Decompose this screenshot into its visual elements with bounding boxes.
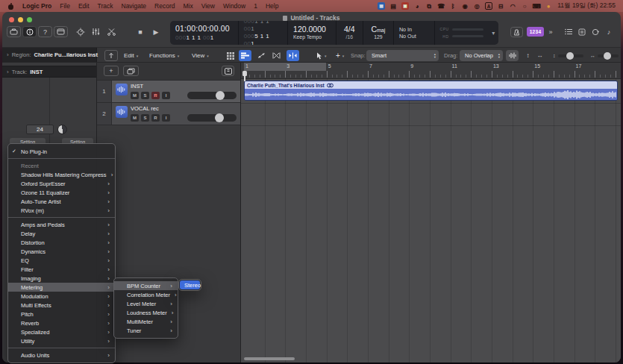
volume-slider[interactable]	[187, 114, 237, 122]
waveform-zoom-button[interactable]	[506, 50, 519, 61]
input-button[interactable]: I	[162, 114, 170, 122]
plugin-menu-item-metering[interactable]: Metering›	[8, 283, 115, 292]
volume-knob[interactable]	[215, 113, 224, 122]
battery-icon[interactable]: ⊟	[497, 2, 504, 10]
horizontal-scrollbar[interactable]	[244, 357, 295, 360]
menubar-item-logic-pro[interactable]: Logic Pro	[22, 2, 51, 10]
menubar-item-edit[interactable]: Edit	[78, 2, 90, 10]
view-menu[interactable]: View▾	[192, 50, 209, 61]
record-button[interactable]: R	[151, 114, 160, 122]
plugin-menu-item-shadow-hills-mastering-compress[interactable]: Shadow Hills Mastering Compress›	[8, 170, 115, 179]
plugin-menu-item-filter[interactable]: Filter›	[8, 265, 115, 274]
lcd-mode-chevron[interactable]: ▾	[489, 21, 498, 45]
plugin-menu-item-imaging[interactable]: Imaging›	[8, 274, 115, 283]
volume-slider[interactable]	[187, 92, 237, 99]
mute-button[interactable]: M	[131, 114, 139, 122]
region-name-bar[interactable]: Charlie Puth_That's Hilarious Inst	[245, 81, 617, 89]
add-track-button[interactable]: +	[104, 66, 119, 76]
tracks-area[interactable]: 1357911131517 Charlie Puth_That's Hilari…	[241, 63, 621, 363]
lcd-io-cell[interactable]: No In No Out	[394, 21, 435, 45]
inspector-button[interactable]	[22, 26, 37, 37]
editors-button[interactable]	[105, 26, 118, 37]
list-editors-button[interactable]	[563, 27, 574, 37]
vertical-zoom-slider[interactable]: ↕	[553, 52, 583, 59]
slider-knob[interactable]	[604, 52, 611, 60]
bag-icon[interactable]: ▤	[389, 2, 397, 10]
plugin-menu-item-dynamics[interactable]: Dynamics›	[8, 247, 115, 256]
solo-button[interactable]: S	[141, 92, 149, 99]
screen-mirroring-icon[interactable]: ⧉	[425, 2, 433, 10]
more-options-button[interactable]: »	[546, 27, 555, 37]
command-tool-menu[interactable]: +▾	[336, 50, 344, 61]
menubar-item-navigate[interactable]: Navigate	[122, 2, 147, 10]
siri-icon[interactable]: ●	[545, 2, 552, 10]
stop-button[interactable]: ■	[135, 26, 145, 37]
grid-view-button[interactable]	[224, 50, 237, 61]
playhead[interactable]	[244, 71, 245, 81]
pointer-tool-menu[interactable]: ▾	[316, 50, 327, 61]
menubar-item-help[interactable]: Help	[266, 2, 278, 10]
keyboard-icon[interactable]: ⌨	[533, 2, 540, 10]
solo-button[interactable]: S	[141, 114, 149, 122]
snap-dropdown[interactable]: Smart▴▾	[366, 50, 439, 61]
quick-help-button[interactable]: ?	[38, 26, 52, 37]
menubar-item-1[interactable]: 1	[254, 2, 257, 10]
input-button[interactable]: I	[162, 92, 170, 99]
count-in-button[interactable]: 1234	[527, 27, 544, 37]
box-app-icon[interactable]: ▣	[401, 2, 409, 10]
gain-value-field[interactable]: 24	[26, 125, 54, 134]
browsers-button[interactable]: ♪	[604, 27, 614, 37]
cycle-range[interactable]	[244, 63, 326, 71]
lcd-signature-cell[interactable]: 4/4 /16	[336, 21, 363, 45]
plugin-menu-item-multi-effects[interactable]: Multi Effects›	[8, 301, 115, 310]
lcd-key-cell[interactable]: Cmaj 129	[363, 21, 394, 45]
region-waveform[interactable]	[245, 89, 617, 101]
region-inspector-header[interactable]: › Region: Charlie Pu...ilarious Inst	[2, 48, 97, 62]
automation-button[interactable]	[255, 50, 268, 61]
plugin-menu-item-oxford-supresser[interactable]: Oxford SuprEsser›	[8, 179, 115, 188]
track-header-inst[interactable]: 1INSTMSRI	[97, 81, 240, 103]
metering-item-correlation-meter[interactable]: Correlation Meter›	[114, 290, 178, 299]
track-header-vocal-rec[interactable]: 2VOCAL recMSRI	[97, 103, 240, 125]
lcd-position-cell[interactable]: 01:00:00:00.00 0001 1 1 001	[170, 21, 239, 45]
lcd-tempo-cell[interactable]: 120.0000 Keep Tempo	[288, 21, 336, 45]
crossfade-drag-button[interactable]	[270, 50, 283, 61]
account-icon[interactable]: ◉	[461, 2, 469, 10]
plugin-menu-item-no-plug-in[interactable]: ✓No Plug-in	[8, 147, 115, 156]
volume-knob[interactable]	[216, 91, 225, 100]
menubar-item-view[interactable]: View	[201, 2, 215, 10]
plugin-menu-item-amps-and-pedals[interactable]: Amps and Pedals›	[8, 220, 115, 229]
metronome-button[interactable]	[510, 27, 523, 37]
track-header-config-button[interactable]	[222, 66, 234, 76]
drag-dropdown[interactable]: No Overlap▴▾	[460, 50, 503, 61]
phone-icon[interactable]: ☎	[437, 2, 445, 10]
track-header-body[interactable]: INSTMSRI	[112, 81, 240, 102]
lcd-performance-cell[interactable]: CPU HD	[435, 21, 489, 45]
lcd-tempo-mode[interactable]: Keep Tempo	[293, 34, 331, 40]
plugin-menu-item-ozone-11-equalizer[interactable]: Ozone 11 Equalizer›	[8, 188, 115, 197]
toolbar-toggle-button[interactable]	[54, 26, 68, 37]
lcd-locators-cell[interactable]: 0001 1 1 001 0005 1 1 001	[239, 21, 288, 45]
plugin-menu-item-pitch[interactable]: Pitch›	[8, 310, 115, 318]
disclosure-chevron-icon[interactable]: ›	[7, 51, 9, 58]
gain-knob[interactable]	[57, 125, 67, 134]
library-button[interactable]	[7, 26, 21, 37]
menu-bar-clock[interactable]: 11월 19일 (화) 22:55	[557, 1, 616, 10]
track-lanes-view-button[interactable]	[239, 50, 251, 61]
menubar-item-file[interactable]: File	[60, 2, 70, 10]
track-inspector-header[interactable]: › Track: INST	[2, 66, 96, 78]
horizontal-auto-zoom-button[interactable]: ↔	[534, 50, 545, 61]
plugin-menu-item-modulation[interactable]: Modulation›	[8, 292, 115, 301]
plugin-menu-item-specialized[interactable]: Specialized›	[8, 327, 115, 336]
slider-knob[interactable]	[566, 52, 574, 60]
apple-menu-icon[interactable]	[7, 3, 14, 10]
tiles-icon[interactable]: ▦	[378, 2, 385, 10]
wifi-icon[interactable]: ◠	[509, 2, 516, 10]
menubar-item-track[interactable]: Track	[98, 2, 113, 10]
now-playing-icon[interactable]: ◎	[473, 2, 480, 10]
bluetooth-icon[interactable]: ᛒ	[449, 2, 457, 10]
play-button[interactable]: ▶	[151, 26, 161, 37]
menubar-item-window[interactable]: Window	[223, 2, 245, 10]
plugin-menu-item-utility[interactable]: Utility›	[8, 336, 115, 345]
track-header-body[interactable]: VOCAL recMSRI	[112, 103, 240, 125]
